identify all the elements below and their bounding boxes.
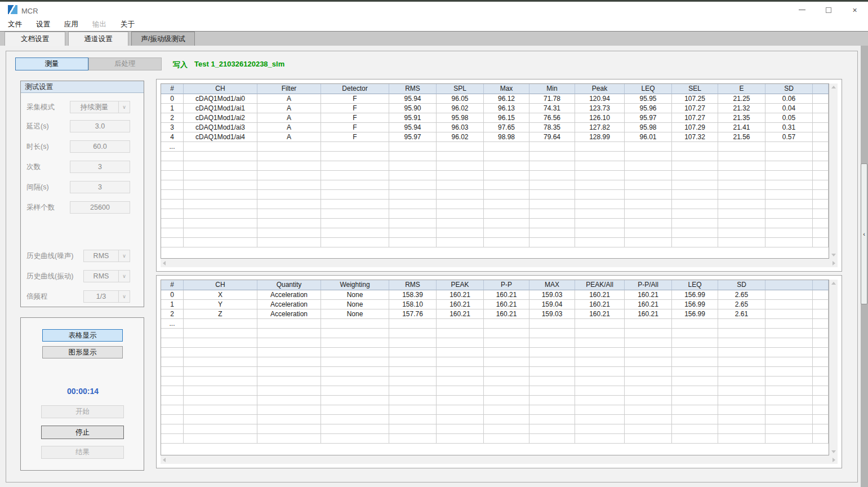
- table-cell: [625, 152, 672, 161]
- column-header[interactable]: P-P: [484, 280, 529, 290]
- column-header[interactable]: MAX: [529, 280, 575, 290]
- column-header[interactable]: [765, 280, 813, 290]
- scroll-up-icon[interactable]: [831, 86, 836, 88]
- table-cell: [437, 329, 484, 338]
- column-header[interactable]: #: [161, 280, 184, 290]
- tab-sound-vibration-test[interactable]: 声/振动级测试: [131, 32, 195, 46]
- table-cell: 96.02: [437, 132, 484, 142]
- table-row[interactable]: 1cDAQ1Mod1/ai1AF95.9096.0296.1374.31123.…: [161, 104, 829, 113]
- scroll-up-icon[interactable]: [831, 282, 836, 285]
- column-header[interactable]: SEL: [672, 84, 718, 94]
- table-cell: 79.64: [529, 132, 575, 142]
- column-header[interactable]: Quantity: [257, 280, 321, 290]
- stop-button[interactable]: 停止: [41, 426, 124, 439]
- table-cell: [389, 228, 437, 238]
- close-button[interactable]: ×: [842, 2, 868, 18]
- column-header[interactable]: Min: [529, 84, 575, 94]
- table-cell: [161, 171, 184, 180]
- table-cell: cDAQ1Mod1/ai3: [184, 123, 257, 132]
- table-row[interactable]: 0XAccelerationNone158.39160.21160.21159.…: [161, 290, 829, 300]
- table-cell: Acceleration: [257, 309, 321, 319]
- menu-item-settings[interactable]: 设置: [30, 20, 56, 29]
- menu-item-file[interactable]: 文件: [2, 20, 28, 29]
- scroll-right-icon[interactable]: [833, 261, 835, 265]
- table-cell: [765, 200, 813, 209]
- menu-item-about[interactable]: 关于: [114, 20, 141, 29]
- noise-table-hscrollbar[interactable]: [161, 259, 838, 267]
- table-cell: [257, 434, 321, 444]
- table-row-empty: [161, 228, 829, 238]
- column-header[interactable]: LEQ: [625, 84, 672, 94]
- table-cell: [529, 348, 575, 357]
- column-header[interactable]: Peak: [575, 84, 625, 94]
- noise-table-vscrollbar[interactable]: [829, 83, 838, 259]
- column-header[interactable]: RMS: [389, 280, 437, 290]
- vibration-table-vscrollbar[interactable]: [829, 280, 838, 455]
- table-cell: [625, 200, 672, 209]
- table-cell: [389, 338, 437, 348]
- table-cell: [529, 161, 575, 171]
- tab-channel-settings[interactable]: 通道设置: [68, 32, 128, 46]
- table-cell: 160.21: [625, 300, 672, 309]
- table-row[interactable]: 0cDAQ1Mod1/ai0AF95.9496.0596.1271.78120.…: [161, 94, 829, 104]
- column-header[interactable]: CH: [184, 280, 257, 290]
- table-row-empty: [161, 415, 829, 424]
- scroll-down-icon[interactable]: [831, 450, 836, 453]
- scroll-left-icon[interactable]: [163, 458, 166, 462]
- menu-item-application[interactable]: 应用: [58, 20, 84, 29]
- table-cell: [718, 200, 765, 209]
- column-header[interactable]: E: [718, 84, 765, 94]
- column-header[interactable]: Weighting: [321, 280, 389, 290]
- table-cell: ...: [161, 142, 184, 152]
- maximize-button[interactable]: [815, 2, 842, 18]
- column-header[interactable]: SD: [765, 84, 813, 94]
- table-cell: [184, 200, 257, 209]
- table-cell: Acceleration: [257, 290, 321, 300]
- measure-mode-button[interactable]: 测量: [15, 57, 88, 70]
- column-header[interactable]: LEQ: [672, 280, 718, 290]
- table-cell: [718, 180, 765, 190]
- column-header[interactable]: PEAK: [437, 280, 484, 290]
- table-cell: [484, 434, 529, 444]
- table-row[interactable]: 3cDAQ1Mod1/ai3AF95.9496.0397.6578.35127.…: [161, 123, 829, 132]
- minimize-button[interactable]: [789, 2, 815, 18]
- tab-document-settings[interactable]: 文档设置: [5, 32, 65, 46]
- column-header[interactable]: Max: [484, 84, 529, 94]
- column-header[interactable]: P-P/All: [625, 280, 672, 290]
- column-header[interactable]: CH: [184, 84, 257, 94]
- column-header[interactable]: Detector: [321, 84, 389, 94]
- scroll-left-icon[interactable]: [163, 261, 166, 265]
- table-row[interactable]: 4cDAQ1Mod1/ai4AF95.9796.0298.9879.64128.…: [161, 132, 829, 142]
- column-header[interactable]: SD: [718, 280, 765, 290]
- table-display-button[interactable]: 表格显示: [42, 329, 123, 342]
- table-cell: 2.65: [718, 290, 765, 300]
- table-cell: [575, 238, 625, 247]
- table-cell: [484, 386, 529, 396]
- scroll-right-icon[interactable]: [833, 458, 835, 462]
- column-header[interactable]: #: [161, 84, 184, 94]
- table-row[interactable]: 2cDAQ1Mod1/ai2AF95.9195.9896.1576.56126.…: [161, 113, 829, 123]
- table-row-empty: [161, 386, 829, 396]
- table-cell: [529, 209, 575, 219]
- graph-display-button[interactable]: 图形显示: [42, 346, 123, 358]
- title-bar: MCR ×: [0, 2, 868, 18]
- table-cell: [575, 396, 625, 405]
- scroll-down-icon[interactable]: [831, 254, 836, 256]
- table-cell: 2.61: [718, 309, 765, 319]
- collapse-panel-handle[interactable]: ‹: [861, 163, 867, 304]
- column-header[interactable]: [813, 280, 829, 290]
- table-cell: [718, 377, 765, 386]
- column-header[interactable]: PEAK/All: [575, 280, 625, 290]
- table-cell: 0.31: [765, 123, 813, 132]
- column-header[interactable]: [813, 84, 829, 94]
- column-header[interactable]: RMS: [389, 84, 437, 94]
- vibration-table-hscrollbar[interactable]: [161, 455, 838, 464]
- table-cell: 0.06: [765, 94, 813, 104]
- table-cell: [575, 434, 625, 444]
- table-row[interactable]: 1YAccelerationNone158.10160.21160.21159.…: [161, 300, 829, 309]
- column-header[interactable]: Filter: [257, 84, 321, 94]
- column-header[interactable]: SPL: [437, 84, 484, 94]
- table-row[interactable]: 2ZAccelerationNone157.76160.21160.21159.…: [161, 309, 829, 319]
- table-cell: A: [257, 94, 321, 104]
- table-cell: 128.99: [575, 132, 625, 142]
